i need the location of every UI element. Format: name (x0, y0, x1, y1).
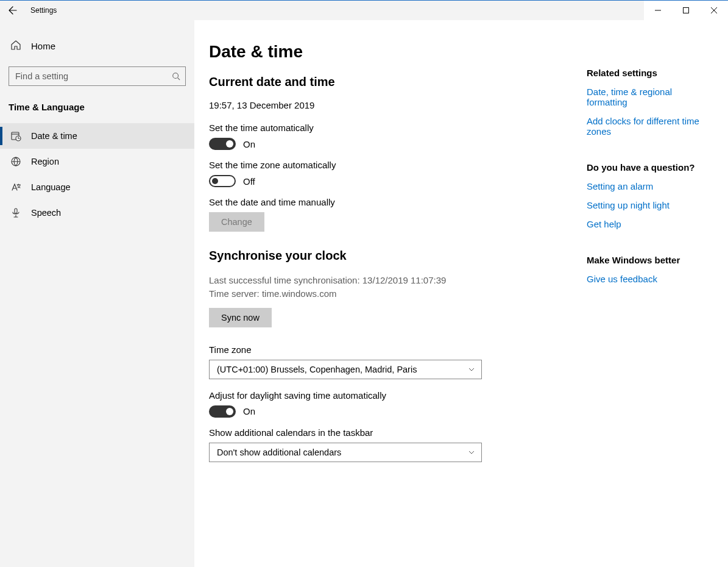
toggle-auto-time-state: On (243, 139, 255, 149)
section-sync-clock: Synchronise your clock (209, 249, 550, 263)
toggle-auto-time[interactable] (209, 138, 236, 150)
close-button[interactable] (700, 1, 728, 20)
better-head: Make Windows better (587, 255, 713, 265)
search-input[interactable] (9, 66, 186, 86)
sidebar-item-label: Language (31, 182, 71, 192)
svg-rect-0 (684, 8, 689, 13)
titlebar: Settings (0, 1, 728, 20)
change-button: Change (209, 212, 264, 232)
window-title: Settings (26, 6, 57, 15)
toggle-auto-timezone-state: Off (243, 176, 255, 187)
arrow-left-icon (8, 5, 18, 15)
home-icon (10, 40, 21, 52)
sidebar: Home Time & Language Date & time Region (0, 20, 194, 567)
page-title: Date & time (209, 42, 550, 62)
sidebar-home-label: Home (31, 41, 55, 51)
sync-info: Last successful time synchronisation: 13… (209, 274, 550, 301)
sync-server: Time server: time.windows.com (209, 287, 550, 301)
sidebar-category: Time & Language (0, 94, 194, 117)
dropdown-additional-calendars-value: Don't show additional calendars (217, 448, 341, 457)
label-auto-timezone: Set the time zone automatically (209, 160, 550, 170)
search-field[interactable] (15, 71, 172, 81)
sidebar-item-region[interactable]: Region (0, 149, 194, 174)
sidebar-item-label: Date & time (31, 131, 77, 141)
label-additional-calendars: Show additional calendars in the taskbar (209, 427, 550, 438)
link-date-time-regional[interactable]: Date, time & regional formatting (587, 87, 713, 107)
sidebar-item-language[interactable]: Language (0, 174, 194, 200)
toggle-dst[interactable] (209, 405, 236, 418)
calendar-clock-icon (10, 130, 21, 141)
close-icon (711, 7, 717, 13)
chevron-down-icon (468, 449, 475, 456)
label-auto-time: Set the time automatically (209, 123, 550, 133)
label-manual-datetime: Set the date and time manually (209, 197, 550, 207)
question-head: Do you have a question? (587, 162, 713, 173)
sidebar-item-label: Region (31, 157, 59, 166)
label-timezone: Time zone (209, 344, 550, 355)
minimize-button[interactable] (644, 1, 672, 20)
section-current-datetime: Current date and time (209, 75, 550, 89)
sidebar-item-label: Speech (31, 208, 61, 218)
minimize-icon (655, 7, 661, 13)
sidebar-item-date-time[interactable]: Date & time (0, 123, 194, 149)
maximize-icon (683, 7, 689, 13)
dropdown-timezone-value: (UTC+01:00) Brussels, Copenhagen, Madrid… (217, 365, 417, 374)
dropdown-additional-calendars[interactable]: Don't show additional calendars (209, 443, 482, 462)
back-button[interactable] (0, 1, 26, 20)
sync-last-success: Last successful time synchronisation: 13… (209, 274, 550, 287)
sidebar-nav: Date & time Region Language Speech (0, 123, 194, 226)
chevron-down-icon (468, 366, 475, 373)
link-setting-alarm[interactable]: Setting an alarm (587, 181, 713, 191)
toggle-auto-timezone[interactable] (209, 175, 236, 187)
dropdown-timezone[interactable]: (UTC+01:00) Brussels, Copenhagen, Madrid… (209, 360, 482, 379)
link-get-help[interactable]: Get help (587, 219, 713, 229)
link-night-light[interactable]: Setting up night light (587, 200, 713, 210)
language-icon (10, 182, 21, 193)
toggle-dst-state: On (243, 406, 255, 416)
microphone-icon (10, 207, 21, 218)
link-give-feedback[interactable]: Give us feedback (587, 274, 713, 284)
search-icon (172, 72, 180, 80)
svg-rect-5 (15, 209, 17, 213)
sync-now-button[interactable]: Sync now (209, 308, 272, 327)
current-datetime-value: 19:57, 13 December 2019 (209, 100, 550, 110)
globe-icon (10, 156, 21, 167)
label-dst: Adjust for daylight saving time automati… (209, 390, 550, 401)
sidebar-home[interactable]: Home (0, 34, 194, 58)
sidebar-item-speech[interactable]: Speech (0, 200, 194, 226)
link-add-clocks[interactable]: Add clocks for different time zones (587, 116, 713, 137)
svg-point-1 (173, 73, 178, 79)
related-settings-head: Related settings (587, 68, 713, 78)
main-content: Date & time Current date and time 19:57,… (194, 20, 728, 567)
maximize-button[interactable] (672, 1, 700, 20)
